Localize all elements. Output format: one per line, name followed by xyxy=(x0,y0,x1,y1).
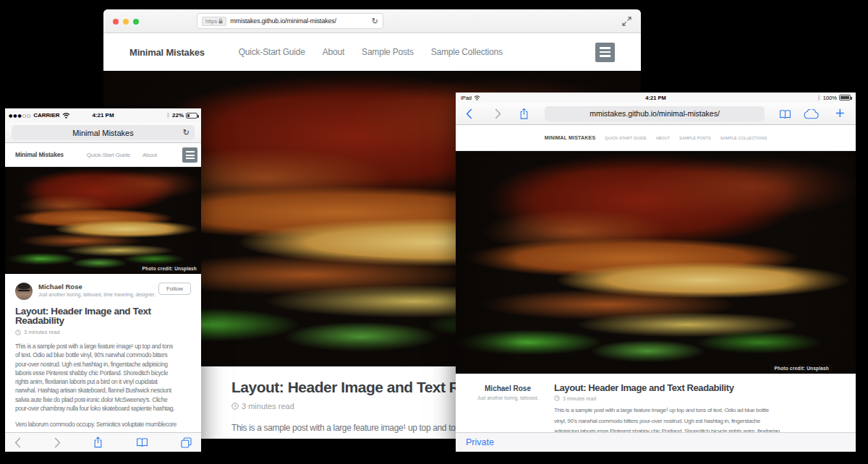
body-line: pour-over chambray nulla four loko skate… xyxy=(15,404,191,413)
https-badge: https xyxy=(202,17,226,26)
battery-icon xyxy=(186,113,197,119)
ipad-status-bar: iPad 4:21 PM ᛒ 100% xyxy=(456,93,856,103)
desktop-site-masthead: Minimal Mistakes Quick-Start Guide About… xyxy=(103,33,641,71)
fullscreen-icon[interactable] xyxy=(622,16,631,29)
follow-button[interactable]: Follow xyxy=(158,283,191,295)
iphone-hero-image: Photo credit: Unsplash xyxy=(5,167,201,274)
ipad-site-masthead: MINIMAL MISTAKES QUICK-START GUIDE ABOUT… xyxy=(456,125,856,151)
bluetooth-icon: ᛒ xyxy=(166,112,170,119)
iphone-article-body: This is a sample post with a large featu… xyxy=(15,342,191,429)
new-tab-icon[interactable]: + xyxy=(835,105,845,121)
window-controls xyxy=(113,19,139,25)
read-time-label: 3 minutes read xyxy=(24,329,60,335)
hamburger-menu-button[interactable] xyxy=(182,147,197,163)
forward-icon[interactable] xyxy=(495,108,501,122)
device-mockup-composite: https mmistakes.github.io/minimal-mistak… xyxy=(0,0,868,464)
body-line: of text. Odio ad blue bottle vinyl, 90's… xyxy=(15,351,191,359)
clock-icon xyxy=(231,403,239,410)
read-time-label: 3 minutes read xyxy=(563,396,596,401)
iphone-article: Michael Rose Just another boring, tattoo… xyxy=(5,274,201,429)
body-line: salvia aute fixie do plaid post-ironic d… xyxy=(15,395,191,404)
nav-link-sample-collections[interactable]: SAMPLE COLLECTIONS xyxy=(720,136,767,140)
desktop-browser-chrome: https mmistakes.github.io/minimal-mistak… xyxy=(103,9,641,33)
back-icon[interactable] xyxy=(466,108,472,122)
lock-icon xyxy=(218,18,223,24)
iphone-address-bar[interactable]: Minimal Mistakes ↻ xyxy=(12,125,195,140)
body-line: pour-over nostrud. Ugh est hashtag in, f… xyxy=(15,360,191,369)
bookmarks-icon[interactable] xyxy=(779,109,791,122)
close-window-button[interactable] xyxy=(113,19,119,25)
author-bio: Just another boring, tattooed, xyxy=(473,395,542,400)
nav-link-quick-start-guide[interactable]: Quick-Start Guide xyxy=(87,152,130,158)
back-icon[interactable] xyxy=(14,437,21,448)
body-line: This is a sample post with a large featu… xyxy=(15,342,191,351)
avatar xyxy=(15,283,33,300)
body-line: laboris esse Pinterest shabby chic Portl… xyxy=(15,369,191,377)
share-icon[interactable] xyxy=(519,108,529,123)
ipad-address-bar[interactable]: mmistakes.github.io/minimal-mistakes/ xyxy=(545,106,765,121)
iphone-status-bar: ●●●○○ CARRIER 4:21 PM ᛒ 22% xyxy=(5,108,201,122)
reload-icon[interactable]: ↻ xyxy=(183,128,190,137)
nav-link-quick-start-guide[interactable]: Quick-Start Guide xyxy=(239,47,305,57)
forward-icon[interactable] xyxy=(54,437,61,448)
https-label: https xyxy=(205,18,217,25)
reload-icon[interactable]: ↻ xyxy=(372,17,378,25)
private-browsing-bar: Private xyxy=(456,432,856,452)
body-line: Vero laborum commodo occupy. Semiotics v… xyxy=(15,420,191,429)
iphone-site-masthead: Minimal Mistakes Quick-Start Guide About xyxy=(5,143,201,167)
site-title-link[interactable]: MINIMAL MISTAKES xyxy=(545,135,596,140)
site-title-link[interactable]: Minimal Mistakes xyxy=(15,151,64,158)
author-row: Michael Rose Just another boring, tattoo… xyxy=(15,283,191,300)
body-line: vinyl, 90's narwhal commodo bitters pour… xyxy=(554,416,840,427)
nav-link-sample-posts[interactable]: Sample Posts xyxy=(362,47,414,57)
nav-link-about[interactable]: ABOUT xyxy=(656,136,670,140)
nav-link-about[interactable]: About xyxy=(142,152,157,158)
clock-icon xyxy=(15,330,21,335)
iphone-url-bar-row: Minimal Mistakes ↻ xyxy=(5,122,201,143)
nav-link-sample-collections[interactable]: Sample Collections xyxy=(431,47,503,57)
battery-icon xyxy=(839,95,851,100)
page-title: Minimal Mistakes xyxy=(72,129,133,137)
ipad-safari-window: iPad 4:21 PM ᛒ 100% mmistakes.github.io/… xyxy=(456,93,856,452)
tabs-icon[interactable] xyxy=(181,437,192,448)
iphone-read-time: 3 minutes read xyxy=(15,329,191,335)
photo-credit-badge: Photo credit: Unsplash xyxy=(770,364,833,372)
desktop-nav-links: Quick-Start Guide About Sample Posts Sam… xyxy=(239,47,503,57)
bookmarks-icon[interactable] xyxy=(136,437,148,447)
ipad-hero-image: Photo credit: Unsplash xyxy=(456,151,856,374)
battery-percent: 100% xyxy=(823,95,837,101)
nav-link-sample-posts[interactable]: SAMPLE POSTS xyxy=(679,136,711,140)
icloud-tabs-icon[interactable] xyxy=(803,109,820,122)
private-button[interactable]: Private xyxy=(466,437,494,447)
url-text: mmistakes.github.io/minimal-mistakes/ xyxy=(230,17,336,25)
body-line: narwhal. Hashtag artisan skateboard, fla… xyxy=(15,386,191,395)
clock-icon xyxy=(554,395,560,401)
minimize-window-button[interactable] xyxy=(123,19,129,25)
nav-link-about[interactable]: About xyxy=(323,47,344,57)
iphone-safari-toolbar xyxy=(5,432,201,452)
iphone-nav-links: Quick-Start Guide About xyxy=(87,152,157,158)
body-line: This is a sample post with a large featu… xyxy=(554,405,840,416)
address-bar[interactable]: https mmistakes.github.io/minimal-mistak… xyxy=(197,13,383,29)
bluetooth-icon: ᛒ xyxy=(817,95,821,101)
share-icon[interactable] xyxy=(93,437,103,448)
ipad-read-time: 3 minutes read xyxy=(554,395,840,401)
read-time-label: 3 minutes read xyxy=(242,402,294,411)
battery-percent: 22% xyxy=(172,112,184,119)
nav-link-quick-start-guide[interactable]: QUICK-START GUIDE xyxy=(605,136,646,140)
zoom-window-button[interactable] xyxy=(133,19,139,25)
iphone-article-title: Layout: Header Image and Text Readabilit… xyxy=(15,306,178,325)
author-name: Michael Rose xyxy=(473,384,542,392)
status-time: 4:21 PM xyxy=(456,95,856,101)
photo-credit-badge: Photo credit: Unsplash xyxy=(138,265,200,272)
author-name: Michael Rose xyxy=(38,283,156,291)
site-title-link[interactable]: Minimal Mistakes xyxy=(129,47,205,58)
iphone-safari-window: ●●●○○ CARRIER 4:21 PM ᛒ 22% Minimal Mist… xyxy=(5,108,201,452)
author-bio: Just another boring, tattooed, time trav… xyxy=(38,292,156,297)
body-line: rights anim, flexitarian laboris put a b… xyxy=(15,377,191,386)
ipad-article-title: Layout: Header Image and Text Readabilit… xyxy=(554,382,840,393)
hamburger-menu-button[interactable] xyxy=(595,43,615,62)
ipad-safari-toolbar: mmistakes.github.io/minimal-mistakes/ + xyxy=(456,103,856,125)
